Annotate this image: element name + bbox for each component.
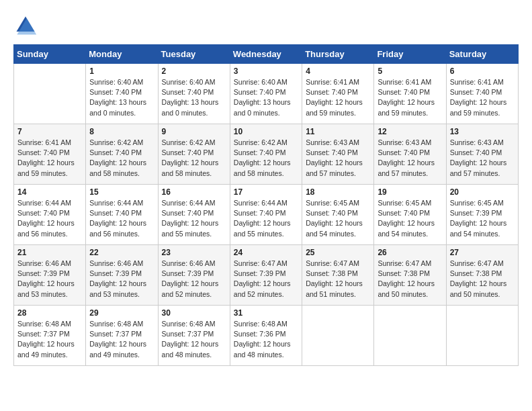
day-cell: 25Sunrise: 6:47 AM Sunset: 7:38 PM Dayli…	[302, 245, 374, 306]
day-number: 18	[306, 187, 370, 197]
day-info: Sunrise: 6:44 AM Sunset: 7:40 PM Dayligh…	[89, 198, 154, 239]
day-info: Sunrise: 6:40 AM Sunset: 7:40 PM Dayligh…	[234, 77, 298, 118]
day-number: 6	[450, 66, 515, 76]
day-info: Sunrise: 6:44 AM Sunset: 7:40 PM Dayligh…	[234, 198, 298, 239]
day-cell	[374, 306, 446, 366]
column-header-friday: Friday	[374, 45, 446, 64]
day-number: 11	[306, 127, 370, 136]
week-row-2: 7Sunrise: 6:41 AM Sunset: 7:40 PM Daylig…	[14, 124, 519, 185]
week-row-3: 14Sunrise: 6:44 AM Sunset: 7:40 PM Dayli…	[14, 185, 519, 245]
calendar-header: SundayMondayTuesdayWednesdayThursdayFrid…	[14, 45, 519, 64]
day-cell: 1Sunrise: 6:40 AM Sunset: 7:40 PM Daylig…	[86, 64, 158, 124]
day-info: Sunrise: 6:41 AM Sunset: 7:40 PM Dayligh…	[450, 77, 515, 118]
day-info: Sunrise: 6:46 AM Sunset: 7:39 PM Dayligh…	[89, 259, 154, 300]
day-number: 9	[162, 127, 226, 136]
day-info: Sunrise: 6:41 AM Sunset: 7:40 PM Dayligh…	[17, 138, 82, 179]
day-number: 21	[17, 248, 82, 257]
day-number: 22	[89, 248, 154, 257]
page-header	[13, 13, 519, 38]
day-info: Sunrise: 6:43 AM Sunset: 7:40 PM Dayligh…	[450, 138, 515, 179]
day-info: Sunrise: 6:42 AM Sunset: 7:40 PM Dayligh…	[162, 138, 226, 179]
header-row: SundayMondayTuesdayWednesdayThursdayFrid…	[14, 45, 519, 64]
column-header-thursday: Thursday	[302, 45, 374, 64]
day-info: Sunrise: 6:42 AM Sunset: 7:40 PM Dayligh…	[234, 138, 298, 179]
day-number: 24	[234, 248, 298, 257]
day-info: Sunrise: 6:47 AM Sunset: 7:38 PM Dayligh…	[378, 259, 442, 300]
day-cell: 7Sunrise: 6:41 AM Sunset: 7:40 PM Daylig…	[14, 124, 86, 185]
column-header-saturday: Saturday	[446, 45, 518, 64]
logo-icon	[13, 13, 38, 38]
day-number: 2	[162, 66, 226, 76]
day-info: Sunrise: 6:48 AM Sunset: 7:37 PM Dayligh…	[89, 319, 154, 360]
day-info: Sunrise: 6:47 AM Sunset: 7:39 PM Dayligh…	[234, 259, 298, 300]
column-header-monday: Monday	[86, 45, 158, 64]
day-number: 16	[162, 187, 226, 197]
day-number: 7	[17, 127, 82, 136]
day-info: Sunrise: 6:45 AM Sunset: 7:40 PM Dayligh…	[378, 198, 442, 239]
day-cell: 16Sunrise: 6:44 AM Sunset: 7:40 PM Dayli…	[158, 185, 230, 245]
day-info: Sunrise: 6:45 AM Sunset: 7:39 PM Dayligh…	[450, 198, 515, 239]
day-number: 29	[89, 308, 154, 318]
day-cell: 4Sunrise: 6:41 AM Sunset: 7:40 PM Daylig…	[302, 64, 374, 124]
day-cell: 20Sunrise: 6:45 AM Sunset: 7:39 PM Dayli…	[446, 185, 518, 245]
day-info: Sunrise: 6:41 AM Sunset: 7:40 PM Dayligh…	[378, 77, 442, 118]
column-header-tuesday: Tuesday	[158, 45, 230, 64]
day-info: Sunrise: 6:48 AM Sunset: 7:36 PM Dayligh…	[234, 319, 298, 360]
day-number: 19	[378, 187, 442, 197]
day-cell: 9Sunrise: 6:42 AM Sunset: 7:40 PM Daylig…	[158, 124, 230, 185]
day-number: 17	[234, 187, 298, 197]
day-number: 27	[450, 248, 515, 257]
day-cell: 29Sunrise: 6:48 AM Sunset: 7:37 PM Dayli…	[86, 306, 158, 366]
column-header-sunday: Sunday	[14, 45, 86, 64]
calendar-table: SundayMondayTuesdayWednesdayThursdayFrid…	[13, 44, 519, 366]
day-number: 12	[378, 127, 442, 136]
calendar-body: 1Sunrise: 6:40 AM Sunset: 7:40 PM Daylig…	[14, 64, 519, 366]
day-info: Sunrise: 6:46 AM Sunset: 7:39 PM Dayligh…	[17, 259, 82, 300]
day-cell: 10Sunrise: 6:42 AM Sunset: 7:40 PM Dayli…	[230, 124, 302, 185]
day-info: Sunrise: 6:45 AM Sunset: 7:40 PM Dayligh…	[306, 198, 370, 239]
day-cell: 31Sunrise: 6:48 AM Sunset: 7:36 PM Dayli…	[230, 306, 302, 366]
day-cell: 17Sunrise: 6:44 AM Sunset: 7:40 PM Dayli…	[230, 185, 302, 245]
day-info: Sunrise: 6:43 AM Sunset: 7:40 PM Dayligh…	[378, 138, 442, 179]
day-info: Sunrise: 6:48 AM Sunset: 7:37 PM Dayligh…	[17, 319, 82, 360]
column-header-wednesday: Wednesday	[230, 45, 302, 64]
day-cell: 5Sunrise: 6:41 AM Sunset: 7:40 PM Daylig…	[374, 64, 446, 124]
day-info: Sunrise: 6:40 AM Sunset: 7:40 PM Dayligh…	[89, 77, 154, 118]
day-info: Sunrise: 6:48 AM Sunset: 7:37 PM Dayligh…	[162, 319, 226, 360]
day-number: 14	[17, 187, 82, 197]
day-info: Sunrise: 6:41 AM Sunset: 7:40 PM Dayligh…	[306, 77, 370, 118]
day-cell: 23Sunrise: 6:46 AM Sunset: 7:39 PM Dayli…	[158, 245, 230, 306]
day-cell: 6Sunrise: 6:41 AM Sunset: 7:40 PM Daylig…	[446, 64, 518, 124]
day-cell: 24Sunrise: 6:47 AM Sunset: 7:39 PM Dayli…	[230, 245, 302, 306]
day-number: 30	[162, 308, 226, 318]
day-info: Sunrise: 6:46 AM Sunset: 7:39 PM Dayligh…	[162, 259, 226, 300]
day-number: 5	[378, 66, 442, 76]
logo	[13, 13, 40, 38]
day-number: 28	[17, 308, 82, 318]
day-cell: 12Sunrise: 6:43 AM Sunset: 7:40 PM Dayli…	[374, 124, 446, 185]
day-cell: 30Sunrise: 6:48 AM Sunset: 7:37 PM Dayli…	[158, 306, 230, 366]
day-number: 8	[89, 127, 154, 136]
day-cell: 18Sunrise: 6:45 AM Sunset: 7:40 PM Dayli…	[302, 185, 374, 245]
day-cell: 2Sunrise: 6:40 AM Sunset: 7:40 PM Daylig…	[158, 64, 230, 124]
day-cell: 15Sunrise: 6:44 AM Sunset: 7:40 PM Dayli…	[86, 185, 158, 245]
day-info: Sunrise: 6:40 AM Sunset: 7:40 PM Dayligh…	[162, 77, 226, 118]
day-cell	[302, 306, 374, 366]
day-number: 4	[306, 66, 370, 76]
day-info: Sunrise: 6:43 AM Sunset: 7:40 PM Dayligh…	[306, 138, 370, 179]
day-number: 15	[89, 187, 154, 197]
day-number: 3	[234, 66, 298, 76]
week-row-1: 1Sunrise: 6:40 AM Sunset: 7:40 PM Daylig…	[14, 64, 519, 124]
day-cell	[14, 64, 86, 124]
day-number: 20	[450, 187, 515, 197]
day-number: 25	[306, 248, 370, 257]
day-info: Sunrise: 6:42 AM Sunset: 7:40 PM Dayligh…	[89, 138, 154, 179]
day-number: 31	[234, 308, 298, 318]
day-number: 13	[450, 127, 515, 136]
day-number: 23	[162, 248, 226, 257]
day-number: 1	[89, 66, 154, 76]
day-cell: 26Sunrise: 6:47 AM Sunset: 7:38 PM Dayli…	[374, 245, 446, 306]
week-row-4: 21Sunrise: 6:46 AM Sunset: 7:39 PM Dayli…	[14, 245, 519, 306]
day-info: Sunrise: 6:47 AM Sunset: 7:38 PM Dayligh…	[450, 259, 515, 300]
day-info: Sunrise: 6:47 AM Sunset: 7:38 PM Dayligh…	[306, 259, 370, 300]
